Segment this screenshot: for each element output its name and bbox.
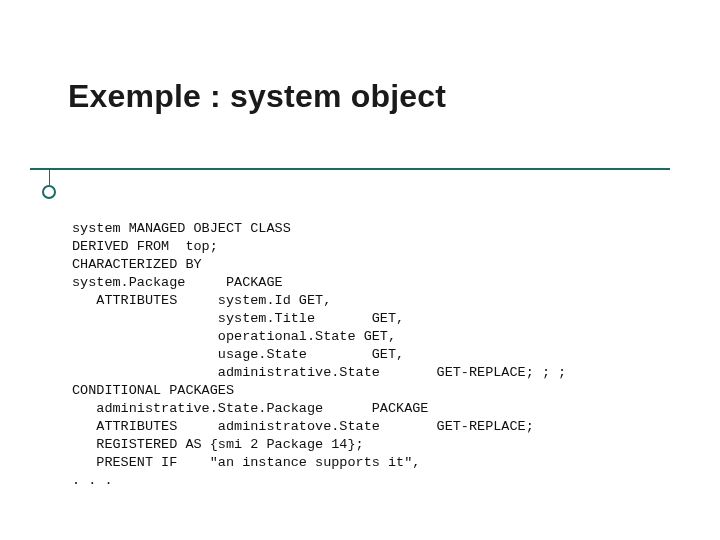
code-line: ATTRIBUTES system.Id GET, [72,293,331,308]
code-line: CONDITIONAL PACKAGES [72,383,234,398]
code-line: REGISTERED AS {smi 2 Package 14}; [72,437,364,452]
slide: Exemple : system object system MANAGED O… [0,0,720,540]
code-line: usage.State GET, [72,347,404,362]
slide-title: Exemple : system object [68,78,446,115]
bullet-connector [49,168,50,185]
code-line: administrative.State.Package PACKAGE [72,401,428,416]
code-line: ATTRIBUTES administratove.State GET-REPL… [72,419,534,434]
code-block: system MANAGED OBJECT CLASS DERIVED FROM… [72,220,566,490]
code-line: PRESENT IF "an instance supports it", [72,455,420,470]
code-line: . . . [72,473,113,488]
bullet-icon [42,185,56,199]
code-line: system.Package PACKAGE [72,275,283,290]
title-underline [30,168,670,170]
code-line: administrative.State GET-REPLACE; ; ; [72,365,566,380]
code-line: DERIVED FROM top; [72,239,218,254]
code-line: operational.State GET, [72,329,396,344]
code-line: system MANAGED OBJECT CLASS [72,221,291,236]
code-line: system.Title GET, [72,311,404,326]
code-line: CHARACTERIZED BY [72,257,202,272]
